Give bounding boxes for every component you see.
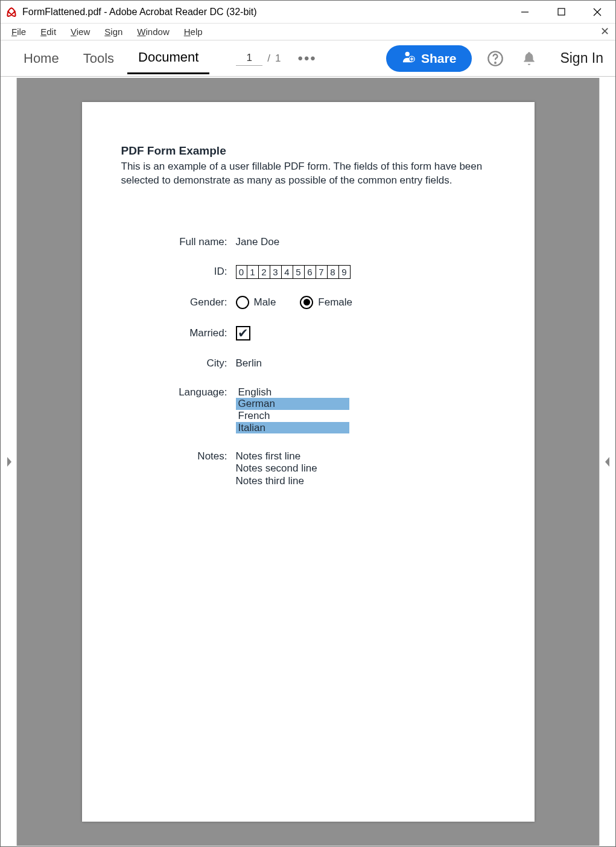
page-total: 1 bbox=[275, 53, 281, 65]
menu-window[interactable]: Window bbox=[130, 25, 176, 38]
radio-female-label: Female bbox=[318, 296, 352, 308]
close-window-button[interactable] bbox=[579, 1, 615, 23]
id-cell: 6 bbox=[305, 265, 316, 279]
notes-line: Notes first line bbox=[236, 450, 495, 462]
notes-line: Notes second line bbox=[236, 462, 495, 475]
id-cells: 0123456789 bbox=[236, 265, 495, 279]
radio-male-label: Male bbox=[254, 296, 276, 308]
help-button[interactable] bbox=[485, 48, 506, 69]
close-document-button[interactable]: ✕ bbox=[600, 25, 609, 38]
label-language: Language: bbox=[121, 386, 236, 398]
row-id: ID: 0123456789 bbox=[121, 265, 495, 279]
notes-line: Notes third line bbox=[236, 475, 495, 487]
minimize-button[interactable] bbox=[507, 1, 543, 23]
label-gender: Gender: bbox=[121, 296, 236, 308]
label-full-name: Full name: bbox=[121, 236, 236, 248]
menubar: File Edit View Sign Window Help ✕ bbox=[1, 24, 615, 40]
row-notes: Notes: Notes first lineNotes second line… bbox=[121, 450, 495, 487]
window-title: FormFlattened.pdf - Adobe Acrobat Reader… bbox=[22, 7, 507, 18]
language-item: English bbox=[236, 386, 349, 398]
value-city: Berlin bbox=[236, 357, 495, 369]
checkbox-married: ✔ bbox=[236, 326, 250, 340]
id-cell: 8 bbox=[328, 265, 339, 279]
page-number-group: 1 / 1 bbox=[236, 51, 281, 66]
radio-dot-icon bbox=[303, 299, 310, 305]
radio-female: Female bbox=[300, 296, 352, 309]
left-panel-toggle[interactable] bbox=[1, 78, 17, 846]
acrobat-app-icon bbox=[5, 6, 17, 18]
row-married: Married: ✔ bbox=[121, 326, 495, 340]
value-full-name: Jane Doe bbox=[236, 236, 495, 248]
page-number-input[interactable]: 1 bbox=[236, 51, 262, 66]
menu-edit[interactable]: Edit bbox=[33, 25, 63, 38]
language-list: EnglishGermanFrenchItalian bbox=[236, 386, 349, 433]
row-city: City: Berlin bbox=[121, 357, 495, 369]
id-cell: 2 bbox=[259, 265, 270, 279]
titlebar: FormFlattened.pdf - Adobe Acrobat Reader… bbox=[1, 1, 615, 24]
row-full-name: Full name: Jane Doe bbox=[121, 236, 495, 248]
share-button-label: Share bbox=[421, 51, 456, 66]
id-cell: 3 bbox=[270, 265, 282, 279]
id-cell: 4 bbox=[282, 265, 293, 279]
label-married: Married: bbox=[121, 327, 236, 339]
page-scroll-region[interactable]: PDF Form Example This is an example of a… bbox=[17, 78, 599, 846]
row-language: Language: EnglishGermanFrenchItalian bbox=[121, 386, 495, 433]
sign-in-button[interactable]: Sign In bbox=[560, 50, 603, 66]
form-intro-text: This is an example of a user fillable PD… bbox=[121, 160, 495, 188]
language-item: Italian bbox=[236, 422, 349, 434]
svg-point-4 bbox=[405, 52, 410, 56]
right-panel-toggle[interactable] bbox=[599, 78, 615, 846]
id-cell: 9 bbox=[339, 265, 351, 279]
label-notes: Notes: bbox=[121, 450, 236, 462]
pdf-page: PDF Form Example This is an example of a… bbox=[82, 102, 535, 822]
label-id: ID: bbox=[121, 266, 236, 278]
tab-tools[interactable]: Tools bbox=[72, 43, 125, 74]
more-options-button[interactable]: ••• bbox=[298, 50, 317, 67]
menu-view[interactable]: View bbox=[63, 25, 97, 38]
notes-block: Notes first lineNotes second lineNotes t… bbox=[236, 450, 495, 487]
id-cell: 1 bbox=[247, 265, 259, 279]
language-item: French bbox=[236, 410, 349, 422]
maximize-button[interactable] bbox=[543, 1, 579, 23]
document-stage: PDF Form Example This is an example of a… bbox=[1, 78, 615, 846]
id-cell: 7 bbox=[316, 265, 328, 279]
radio-circle-icon bbox=[300, 296, 313, 309]
label-city: City: bbox=[121, 357, 236, 369]
id-cell: 0 bbox=[236, 265, 247, 279]
radio-circle-icon bbox=[236, 296, 249, 309]
row-gender: Gender: Male Female bbox=[121, 296, 495, 309]
svg-rect-1 bbox=[558, 8, 565, 15]
tab-document[interactable]: Document bbox=[127, 42, 209, 74]
radio-male: Male bbox=[236, 296, 276, 309]
svg-point-9 bbox=[495, 62, 497, 63]
id-cell: 5 bbox=[293, 265, 305, 279]
page-slash: / bbox=[267, 53, 270, 65]
menu-file[interactable]: File bbox=[4, 25, 33, 38]
share-button[interactable]: Share bbox=[386, 45, 472, 72]
menu-help[interactable]: Help bbox=[177, 25, 210, 38]
share-person-icon bbox=[402, 50, 415, 66]
tab-home[interactable]: Home bbox=[13, 43, 70, 74]
toolbar: Home Tools Document 1 / 1 ••• Share Sign… bbox=[1, 40, 615, 77]
notifications-button[interactable] bbox=[519, 48, 539, 69]
window-controls bbox=[507, 1, 615, 23]
language-item: German bbox=[236, 398, 349, 410]
form-heading: PDF Form Example bbox=[121, 144, 495, 158]
menu-sign[interactable]: Sign bbox=[97, 25, 130, 38]
